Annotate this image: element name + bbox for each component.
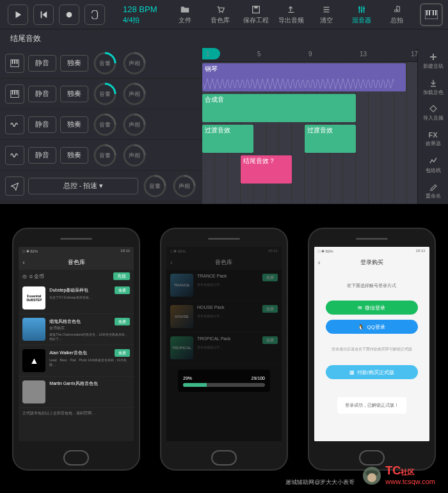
- menu-folder[interactable]: 文件: [167, 4, 202, 25]
- daw-window: 128 BPM 4/4拍 文件音色库保存工程导出音频清空混音器总拍 结尾音效 静…: [0, 0, 448, 202]
- solo-button[interactable]: 独奏: [60, 55, 88, 72]
- phone-screen: □ ✱ 82% 10:11 ‹ 登录购买 在下面选择账号登录方式 ✉微信登录 🐧…: [314, 247, 429, 441]
- knob-音量[interactable]: 音量: [92, 112, 118, 137]
- rightbar-edit[interactable]: 重命名: [418, 178, 448, 204]
- get-button[interactable]: 免费: [115, 349, 130, 357]
- sound-pack-list: Essential DUBSTEP Dubstep基础采样包 免费 包含了0个D…: [19, 283, 134, 408]
- svg-point-6: [361, 10, 363, 12]
- menu-list[interactable]: 清空: [308, 4, 344, 25]
- tempo-display[interactable]: 128 BPM 4/4拍: [113, 4, 167, 24]
- keyboard-button[interactable]: [420, 3, 443, 26]
- knob-音量[interactable]: 音量: [142, 173, 168, 199]
- ruler-tick: 1: [206, 51, 210, 58]
- play-button[interactable]: [8, 4, 28, 25]
- pay-button[interactable]: ▦付款/购买正式版: [326, 365, 418, 379]
- knob-声相[interactable]: 声相: [122, 51, 147, 76]
- login-panel: 在下面选择账号登录方式 ✉微信登录 🐧QQ登录 登录成功后请点击下面付款购买即可…: [314, 270, 429, 441]
- track-row: 静音 独奏 音量 声相: [0, 109, 202, 140]
- coin-amount: 0 金币: [29, 273, 44, 280]
- rightbar-FX[interactable]: FX效果器: [418, 126, 448, 152]
- knob-声相[interactable]: 声相: [122, 143, 147, 168]
- back-icon[interactable]: ‹: [170, 258, 173, 266]
- pack-title: Martin Garrix风格音色包: [49, 380, 97, 387]
- phone-screen: □ ✱ 82% 10:11 ‹ 音色库 TRANCE TRANCE Pack免费…: [166, 247, 282, 441]
- svg-rect-21: [14, 90, 15, 94]
- progress-bar: [183, 383, 265, 387]
- track-title: 结尾音效: [0, 29, 448, 48]
- coin-icon: ◎: [22, 274, 27, 279]
- page-header: ‹ 登录购买: [314, 254, 429, 270]
- clip[interactable]: 过渡音效: [202, 125, 253, 153]
- sound-pack-item[interactable]: Essential DUBSTEP Dubstep基础采样包 免费 包含了0个D…: [19, 283, 134, 314]
- menu-mixer[interactable]: 混音器: [344, 4, 380, 25]
- menu-cart[interactable]: 音色库: [203, 4, 238, 25]
- track-row: 静音 独奏 音量 声相: [0, 140, 202, 171]
- time-signature: 4/4拍: [123, 15, 157, 24]
- record-button[interactable]: [59, 4, 79, 25]
- svg-rect-9: [426, 10, 428, 15]
- solo-button[interactable]: 独奏: [60, 147, 88, 164]
- back-icon[interactable]: ‹: [22, 258, 25, 266]
- sound-pack-item[interactable]: Martin Garrix风格音色包: [19, 377, 134, 408]
- progress-percent: 29%: [183, 376, 192, 380]
- knob-声相[interactable]: 声相: [122, 112, 147, 137]
- status-bar: □ ✱ 82% 10:11: [166, 247, 282, 254]
- ruler[interactable]: 1591317: [202, 48, 417, 62]
- track-icon[interactable]: [5, 54, 24, 73]
- track-icon[interactable]: [5, 146, 24, 165]
- phone-screen: □ ✱ 82% 10:11 ‹ 音色库 ◎ 0 金币 充值 Essential …: [19, 247, 134, 441]
- clip[interactable]: 过渡音效: [305, 125, 356, 153]
- solo-button[interactable]: 独奏: [60, 116, 88, 133]
- knob-音量[interactable]: 音量: [92, 143, 118, 168]
- sound-pack-item[interactable]: 烟鬼风格音色包 免费 金币购买 烟鬼The Chainsmokers经典音色，1…: [19, 314, 134, 345]
- clip[interactable]: 合成音: [202, 94, 356, 122]
- knob-声相[interactable]: 声相: [172, 173, 197, 199]
- svg-rect-4: [254, 6, 257, 8]
- sound-pack-list-bg: TRANCE TRANCE Pack免费 音色包描述文字…HOUSE HOUSE…: [166, 270, 282, 364]
- sound-pack-item[interactable]: ▲ Alan Walker音色包 免费 Lead、Bass、Pad、Pluck …: [19, 345, 134, 377]
- clip[interactable]: 结尾音效？: [241, 155, 292, 184]
- get-button[interactable]: 免费: [115, 318, 130, 325]
- menu-note[interactable]: 总拍: [380, 4, 415, 25]
- clip[interactable]: 钢琴: [202, 63, 406, 91]
- mute-button[interactable]: 静音: [28, 55, 56, 72]
- get-button[interactable]: 免费: [115, 286, 130, 294]
- arrangement-lanes[interactable]: 钢琴合成音过渡音效过渡音效结尾音效？: [202, 62, 417, 204]
- rightbar-download[interactable]: 加载音色: [418, 74, 448, 100]
- knob-音量[interactable]: 音量: [92, 51, 118, 76]
- master-track: 总控 - 拍速 ▾ 音量 声相: [0, 171, 202, 201]
- svg-point-0: [67, 12, 72, 17]
- qq-login-button[interactable]: 🐧QQ登录: [326, 320, 418, 334]
- wechat-login-button[interactable]: ✉微信登录: [326, 301, 418, 315]
- right-sidebar: 新建音轨加载音色导入音频FX效果器包络线重命名: [417, 48, 448, 204]
- svg-rect-11: [433, 10, 434, 15]
- master-select[interactable]: 总控 - 拍速 ▾: [28, 178, 138, 194]
- master-icon[interactable]: [5, 176, 24, 196]
- ruler-tick: 17: [411, 51, 418, 58]
- menu-save[interactable]: 保存工程: [238, 4, 273, 25]
- mute-button[interactable]: 静音: [28, 116, 56, 133]
- workspace: 静音 独奏 音量 声相 静音 独奏 音量 声相 静音 独奏 音量 声相 静音 独…: [0, 48, 448, 204]
- track-icon[interactable]: [5, 115, 24, 134]
- knob-音量[interactable]: 音量: [92, 81, 118, 107]
- track-icon[interactable]: [5, 84, 24, 104]
- mute-button[interactable]: 静音: [28, 86, 56, 102]
- knob-声相[interactable]: 声相: [122, 81, 147, 107]
- svg-rect-22: [17, 90, 18, 94]
- solo-button[interactable]: 独奏: [60, 86, 88, 102]
- mute-button[interactable]: 静音: [28, 147, 56, 164]
- recharge-button[interactable]: 充值: [113, 272, 130, 280]
- rightbar-plus[interactable]: 新建音轨: [418, 48, 448, 74]
- back-icon[interactable]: ‹: [318, 258, 321, 266]
- menu-export[interactable]: 导出音频: [273, 4, 308, 25]
- rewind-button[interactable]: [33, 4, 54, 25]
- status-bar: □ ✱ 82% 10:11: [19, 247, 134, 254]
- loop-button[interactable]: [84, 4, 105, 25]
- loop-marker[interactable]: [202, 48, 220, 59]
- page-header: ‹ 音色库: [19, 254, 134, 270]
- rightbar-envelope[interactable]: 包络线: [418, 152, 448, 178]
- track-panel: 静音 独奏 音量 声相 静音 独奏 音量 声相 静音 独奏 音量 声相 静音 独…: [0, 48, 202, 204]
- rightbar-diamond[interactable]: 导入音频: [418, 100, 448, 126]
- watermark-logo: TC社区: [385, 464, 435, 478]
- svg-rect-12: [435, 10, 436, 15]
